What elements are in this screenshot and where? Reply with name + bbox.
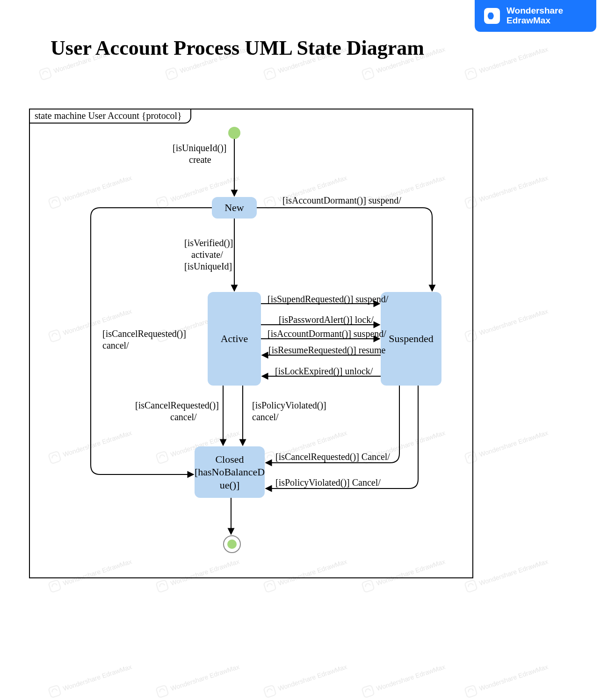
svg-rect-4 — [464, 67, 477, 80]
svg-rect-26 — [362, 685, 374, 698]
watermark: Wondershare EdrawMax — [463, 172, 550, 210]
frame-label: state machine User Account {protocol} — [29, 109, 191, 124]
label-suspended-to-closed-1: [isCancelRequested()] Cancel/ — [275, 451, 390, 463]
watermark: Wondershare EdrawMax — [155, 661, 241, 699]
svg-rect-24 — [156, 685, 168, 698]
brand-badge: Wondershare EdrawMax — [475, 0, 596, 32]
svg-rect-0 — [39, 67, 51, 80]
svg-rect-21 — [362, 580, 374, 592]
label-active-to-suspended-1: [isSupendRequested()] suspend/ — [268, 293, 388, 305]
label-new-to-active: [isVerified()] activate/ [isUniqueId] — [184, 237, 233, 272]
svg-rect-18 — [48, 580, 61, 592]
label-active-to-closed-left: [isCancelRequested()] cancel/ — [135, 400, 219, 423]
watermark: Wondershare EdrawMax — [463, 661, 550, 699]
brand-text: Wondershare EdrawMax — [506, 6, 563, 26]
svg-rect-23 — [48, 685, 61, 698]
page: Wondershare EdrawMax Wondershare EdrawMa… — [0, 0, 615, 700]
label-left-cancel: [isCancelRequested()] cancel/ — [102, 328, 186, 351]
label-active-to-closed-right: [isPolicyViolated()] cancel/ — [252, 400, 326, 423]
watermark: Wondershare EdrawMax — [463, 427, 550, 465]
initial-state-node — [228, 127, 240, 139]
watermark: Wondershare EdrawMax — [463, 43, 550, 81]
svg-rect-2 — [263, 67, 276, 80]
svg-rect-19 — [156, 580, 168, 592]
edrawmax-logo-icon — [484, 8, 500, 24]
watermark: Wondershare EdrawMax — [361, 661, 447, 699]
label-suspended-to-active-1: [isResumeRequested()] resume — [268, 344, 385, 356]
state-closed: Closed [hasNoBalanceD ue()] — [195, 446, 265, 498]
watermark: Wondershare EdrawMax — [463, 555, 550, 594]
watermark: Wondershare EdrawMax — [47, 661, 134, 699]
label-init-to-new: [isUniqueId()] create — [173, 142, 227, 166]
state-active: Active — [208, 292, 261, 386]
svg-rect-25 — [263, 685, 276, 698]
watermark: Wondershare EdrawMax — [262, 661, 349, 699]
label-active-to-suspended-2: [isPasswordAlert()] lock/ — [279, 314, 374, 326]
label-new-to-suspended: [isAccountDormant()] suspend/ — [282, 195, 401, 206]
final-state-node — [223, 535, 241, 553]
state-machine-frame: state machine User Account {protocol} Ne… — [29, 109, 473, 578]
state-new: New — [212, 197, 257, 219]
label-suspended-to-closed-2: [isPolicyViolated()] Cancel/ — [275, 477, 381, 489]
diagram-title: User Account Process UML State Diagram — [0, 36, 475, 60]
state-suspended: Suspended — [381, 292, 441, 386]
svg-rect-27 — [464, 685, 477, 698]
svg-rect-3 — [362, 67, 374, 80]
label-active-to-suspended-3: [isAccountDormant()] suspend/ — [268, 328, 386, 340]
svg-rect-20 — [263, 580, 276, 592]
svg-rect-22 — [464, 580, 477, 592]
label-suspended-to-active-2: [isLockExpired()] unlock/ — [275, 365, 373, 377]
watermark: Wondershare EdrawMax — [463, 305, 550, 343]
svg-rect-1 — [165, 67, 178, 80]
